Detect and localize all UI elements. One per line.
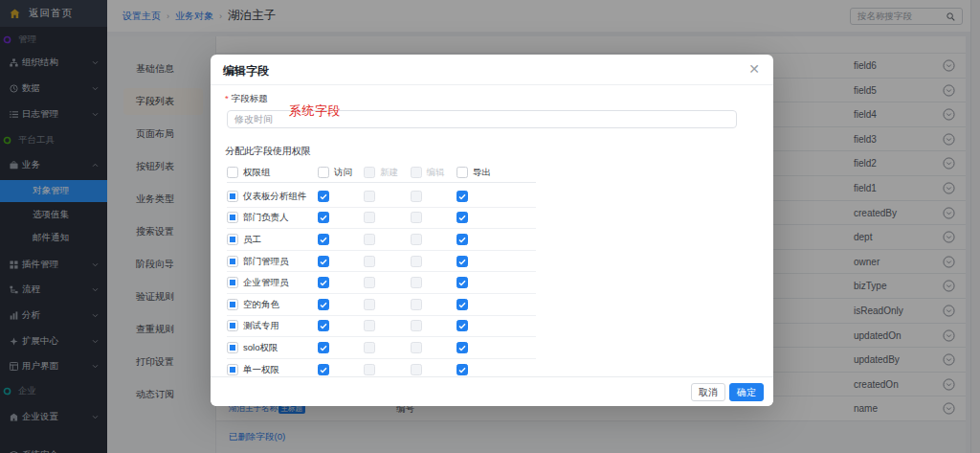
header-checkbox[interactable] xyxy=(227,167,238,178)
perm-checkbox-导出[interactable] xyxy=(457,342,468,353)
permission-group-label: 测试专用 xyxy=(243,320,279,331)
ok-button[interactable]: 确定 xyxy=(729,383,764,401)
permission-row: 企业管理员 xyxy=(227,272,536,294)
row-select-checkbox[interactable] xyxy=(227,364,238,375)
row-select-checkbox[interactable] xyxy=(227,342,238,353)
permission-row: 空的角色 xyxy=(227,294,536,316)
header-checkbox[interactable] xyxy=(457,167,468,178)
permission-group-label: 部门管理员 xyxy=(243,256,289,267)
perm-checkbox-编辑 xyxy=(411,364,422,375)
permission-group-label: 部门负责人 xyxy=(243,212,289,223)
perm-checkbox-导出[interactable] xyxy=(457,212,468,223)
permission-row: solo权限 xyxy=(227,337,536,359)
perm-checkbox-访问[interactable] xyxy=(318,320,329,331)
permission-row: 仪表板分析组件 xyxy=(227,186,536,208)
perm-checkbox-新建 xyxy=(364,299,375,310)
permissions-column-label: 导出 xyxy=(473,167,491,178)
perm-checkbox-导出[interactable] xyxy=(457,320,468,331)
perm-checkbox-新建 xyxy=(364,256,375,267)
row-select-checkbox[interactable] xyxy=(227,256,238,267)
perm-checkbox-新建 xyxy=(364,320,375,331)
close-icon[interactable]: ✕ xyxy=(748,61,760,78)
perm-checkbox-编辑 xyxy=(411,342,422,353)
modal-title: 编辑字段 xyxy=(223,63,269,79)
perm-checkbox-编辑 xyxy=(411,256,422,267)
row-select-checkbox[interactable] xyxy=(227,277,238,288)
perm-checkbox-访问[interactable] xyxy=(318,342,329,353)
perm-checkbox-导出[interactable] xyxy=(457,234,468,245)
perm-checkbox-编辑 xyxy=(411,212,422,223)
permissions-table: 权限组访问新建编辑导出仪表板分析组件部门负责人员工部门管理员企业管理员空的角色测… xyxy=(227,163,536,380)
perm-checkbox-新建 xyxy=(364,234,375,245)
perm-checkbox-导出[interactable] xyxy=(457,277,468,288)
row-select-checkbox[interactable] xyxy=(227,320,238,331)
perm-checkbox-访问[interactable] xyxy=(318,191,329,202)
edit-field-modal: 编辑字段 ✕ *字段标题 系统字段 修改时间 分配此字段使用权限 权限组访问新建… xyxy=(211,55,773,406)
permissions-column-label: 编辑 xyxy=(427,167,445,178)
perm-checkbox-访问[interactable] xyxy=(318,212,329,223)
app-window: 返回首页 管理组织结构数据日志管理平台工具业务插件管理流程分析扩展中心用户界面企… xyxy=(0,0,980,453)
system-field-annotation: 系统字段 xyxy=(289,102,341,120)
perm-checkbox-访问[interactable] xyxy=(318,256,329,267)
modal-footer: 取消 确定 xyxy=(211,376,773,406)
cancel-button[interactable]: 取消 xyxy=(691,383,725,401)
perm-checkbox-导出[interactable] xyxy=(457,256,468,267)
permission-row: 员工 xyxy=(227,229,536,251)
permissions-column-label: 新建 xyxy=(380,167,398,178)
perm-checkbox-编辑 xyxy=(411,191,422,202)
perm-checkbox-访问[interactable] xyxy=(318,299,329,310)
field-title-label: *字段标题 xyxy=(225,93,268,105)
permission-group-label: 仪表板分析组件 xyxy=(243,191,307,202)
required-asterisk: * xyxy=(225,93,229,103)
modal-body: *字段标题 系统字段 修改时间 分配此字段使用权限 权限组访问新建编辑导出仪表板… xyxy=(211,85,773,375)
perm-checkbox-新建 xyxy=(364,212,375,223)
permission-group-label: 空的角色 xyxy=(243,299,279,310)
perm-checkbox-编辑 xyxy=(411,299,422,310)
perm-checkbox-编辑 xyxy=(411,234,422,245)
permissions-column-label: 访问 xyxy=(334,167,352,178)
header-checkbox xyxy=(364,167,375,178)
row-select-checkbox[interactable] xyxy=(227,191,238,202)
modal-header: 编辑字段 ✕ xyxy=(211,55,773,85)
perm-checkbox-导出[interactable] xyxy=(457,299,468,310)
header-checkbox xyxy=(411,167,422,178)
row-select-checkbox[interactable] xyxy=(227,212,238,223)
permission-group-label: solo权限 xyxy=(243,342,278,353)
perm-checkbox-编辑 xyxy=(411,320,422,331)
header-checkbox[interactable] xyxy=(318,167,329,178)
permission-group-label: 单一权限 xyxy=(243,364,279,375)
permissions-column-label: 权限组 xyxy=(243,167,271,178)
permission-group-label: 员工 xyxy=(243,234,261,245)
perm-checkbox-新建 xyxy=(364,342,375,353)
permissions-header-row: 权限组访问新建编辑导出 xyxy=(227,163,536,183)
permission-group-label: 企业管理员 xyxy=(243,277,289,288)
row-select-checkbox[interactable] xyxy=(227,299,238,310)
perm-checkbox-编辑 xyxy=(411,277,422,288)
permission-row: 部门负责人 xyxy=(227,208,536,230)
perm-checkbox-新建 xyxy=(364,191,375,202)
perm-checkbox-新建 xyxy=(364,364,375,375)
row-select-checkbox[interactable] xyxy=(227,234,238,245)
permission-row: 部门管理员 xyxy=(227,251,536,273)
permission-row: 测试专用 xyxy=(227,316,536,338)
perm-checkbox-新建 xyxy=(364,277,375,288)
perm-checkbox-导出[interactable] xyxy=(457,191,468,202)
perm-checkbox-访问[interactable] xyxy=(318,364,329,375)
permissions-section-label: 分配此字段使用权限 xyxy=(225,145,311,158)
perm-checkbox-访问[interactable] xyxy=(318,234,329,245)
perm-checkbox-访问[interactable] xyxy=(318,277,329,288)
perm-checkbox-导出[interactable] xyxy=(457,364,468,375)
